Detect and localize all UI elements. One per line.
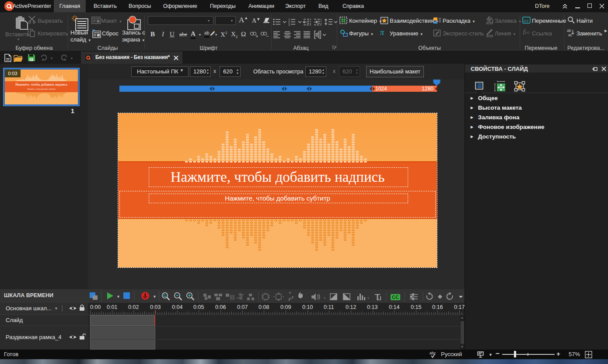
- svg-text:abc: abc: [430, 351, 436, 355]
- svg-text:(x): (x): [524, 18, 528, 23]
- svg-text:CC: CC: [392, 295, 399, 300]
- svg-text:3: 3: [288, 23, 290, 26]
- svg-text:ab: ab: [567, 28, 571, 33]
